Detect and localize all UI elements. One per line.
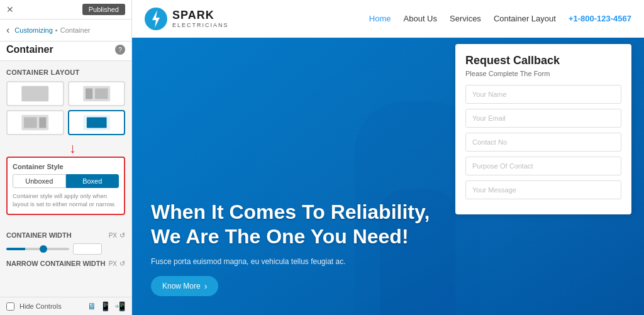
arrow-indicator: ↓ [69, 140, 76, 157]
logo-name: SPARK [172, 9, 229, 22]
breadcrumb: ‹ Customizing • Container [0, 19, 131, 41]
container-width-label: Container Width [6, 231, 72, 239]
know-more-button[interactable]: Know More › [151, 276, 218, 296]
customizer-panel: ✕ Published ‹ Customizing • Container Co… [0, 0, 132, 315]
layout-option-reverse-sidebar[interactable] [6, 110, 64, 135]
desktop-icon[interactable]: 🖥 [87, 301, 96, 311]
nav-link-services[interactable]: Services [450, 14, 481, 23]
hero-content: When It Comes To Reliability, We Are The… [151, 200, 440, 296]
help-icon[interactable]: ? [115, 45, 125, 55]
layout-options [6, 81, 125, 135]
preview-area: SPARK ELECTRICIANS Home About Us Service… [132, 0, 644, 315]
svg-rect-3 [86, 89, 92, 99]
navbar: SPARK ELECTRICIANS Home About Us Service… [132, 0, 644, 38]
width-controls: PX ↺ [109, 231, 125, 240]
width-slider[interactable] [6, 248, 69, 250]
svg-rect-4 [94, 89, 108, 99]
form-contact-input[interactable] [465, 133, 621, 152]
breadcrumb-separator: • [55, 26, 58, 34]
logo-icon [145, 8, 167, 30]
tablet-icon[interactable]: 📱 [100, 301, 111, 311]
callback-form: Request Callback Please Complete The For… [455, 44, 631, 214]
narrow-refresh-icon[interactable]: ↺ [119, 260, 125, 268]
narrow-width-section: Narrow Container Width PX ↺ [0, 260, 131, 277]
svg-rect-6 [24, 118, 37, 128]
arrow-icon: › [204, 281, 208, 291]
container-layout-label: Container Layout [6, 69, 125, 76]
hero-section: When It Comes To Reliability, We Are The… [132, 38, 644, 315]
layout-option-full[interactable] [6, 81, 64, 106]
nav-phone[interactable]: +1-800-123-4567 [569, 14, 631, 23]
panel-title: Container [6, 44, 53, 55]
hero-title: When It Comes To Reliability, We Are The… [151, 200, 440, 248]
layout-option-boxed[interactable] [68, 110, 126, 135]
form-subtitle: Please Complete The Form [465, 70, 621, 77]
device-icons: 🖥 📱 📲 [87, 301, 125, 311]
form-message-input[interactable] [465, 180, 621, 199]
narrow-width-label: Narrow Container Width [6, 260, 105, 267]
width-unit: PX [109, 232, 117, 239]
narrow-width-controls: PX ↺ [109, 260, 125, 268]
mobile-icon[interactable]: 📲 [114, 301, 125, 311]
published-button[interactable]: Published [82, 4, 125, 15]
boxed-button[interactable]: Boxed [66, 174, 119, 188]
unboxed-button[interactable]: Unboxed [13, 174, 66, 188]
refresh-icon[interactable]: ↺ [119, 231, 125, 240]
style-buttons: Unboxed Boxed [13, 174, 119, 188]
back-button[interactable]: ‹ [6, 25, 9, 36]
logo-area: SPARK ELECTRICIANS [145, 8, 229, 30]
logo-text: SPARK ELECTRICIANS [172, 9, 229, 28]
width-row: Container Width PX ↺ [6, 231, 125, 240]
hide-controls-label: Hide Controls [19, 302, 62, 310]
breadcrumb-link[interactable]: Customizing [14, 26, 53, 34]
narrow-width-row: Narrow Container Width PX ↺ [6, 260, 125, 268]
form-title: Request Callback [465, 54, 621, 67]
nav-links: Home About Us Services Container Layout … [369, 14, 631, 23]
bottom-bar: Hide Controls 🖥 📱 📲 [0, 297, 131, 315]
layout-option-sidebar[interactable] [68, 81, 126, 106]
form-name-input[interactable] [465, 85, 621, 104]
nav-link-about[interactable]: About Us [404, 14, 437, 23]
svg-rect-7 [39, 118, 46, 128]
narrow-width-unit: PX [109, 260, 117, 267]
nav-link-home[interactable]: Home [369, 14, 391, 23]
logo-sub: ELECTRICIANS [172, 22, 229, 28]
container-style-box: Container Style Unboxed Boxed Container … [6, 157, 125, 215]
container-style-label: Container Style [13, 163, 119, 170]
close-button[interactable]: ✕ [6, 4, 14, 14]
container-width-section: Container Width PX ↺ 1200 [0, 226, 131, 260]
panel-title-row: Container ? [0, 41, 131, 61]
slider-row: 1200 [6, 243, 125, 255]
nav-link-container[interactable]: Container Layout [494, 14, 556, 23]
know-more-label: Know More [162, 282, 201, 290]
container-layout-section: Container Layout [0, 61, 131, 226]
svg-rect-1 [24, 89, 46, 99]
svg-rect-9 [86, 118, 106, 128]
style-note: Container style will apply only when lay… [13, 192, 119, 209]
hide-controls-checkbox[interactable] [6, 302, 14, 311]
form-purpose-input[interactable] [465, 157, 621, 175]
breadcrumb-current: Container [60, 26, 91, 34]
panel-topbar: ✕ Published [0, 0, 131, 19]
hero-subtitle: Fusce porta euismod magna, eu vehicula t… [151, 257, 440, 266]
width-input[interactable]: 1200 [73, 243, 102, 255]
form-email-input[interactable] [465, 109, 621, 128]
